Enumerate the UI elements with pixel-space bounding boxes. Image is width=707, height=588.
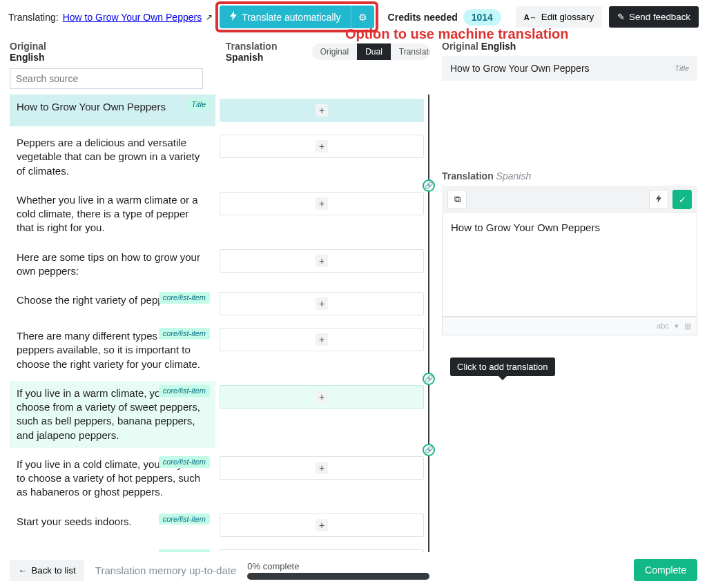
right-translation-header: Translation Spanish — [442, 164, 697, 186]
arrow-left-icon: ← — [18, 565, 27, 576]
segment-row[interactable]: Choose the right variety of pepper.core/… — [10, 288, 428, 320]
view-toggle: Original Dual Translation — [312, 43, 429, 60]
segment-row[interactable]: If you live in a cold climate, you may w… — [10, 452, 428, 505]
source-text: If you live in a warm climate, you can c… — [10, 381, 215, 448]
target-cell[interactable]: + — [215, 452, 428, 505]
segment-tag-badge: core/list-item — [159, 292, 210, 304]
gear-icon: ⚙ — [358, 12, 367, 23]
glossary-icon: A↔ — [524, 13, 537, 21]
source-text: How to Grow Your Own PeppersTitle — [10, 95, 215, 126]
layout-icon: ▥ — [684, 322, 691, 331]
source-text: Whether you live in a warm climate or a … — [10, 188, 215, 241]
target-cell[interactable]: + — [215, 324, 428, 377]
complete-button[interactable]: Complete — [634, 559, 697, 581]
progress-label: 0% complete — [247, 561, 429, 571]
segment-row[interactable]: If you live in a warm climate, you can c… — [10, 381, 428, 448]
segment-row[interactable]: There are many different types of pepper… — [10, 324, 428, 377]
segment-tag-badge: core/list-item — [159, 513, 210, 525]
add-translation-tooltip: Click to add translation — [450, 357, 555, 376]
plus-icon: + — [316, 255, 328, 267]
add-translation-box[interactable]: + — [220, 385, 424, 409]
pencil-icon: ✎ — [617, 12, 625, 22]
add-translation-box[interactable]: + — [220, 328, 424, 351]
add-translation-box[interactable]: + — [220, 513, 424, 537]
add-translation-box[interactable]: + — [220, 456, 424, 480]
plus-icon: + — [316, 104, 328, 117]
copy-icon: ⧉ — [454, 194, 461, 205]
source-text: Peppers are a delicious and versatile ve… — [10, 130, 215, 184]
link-icon[interactable]: 🔗 — [423, 373, 435, 385]
target-cell[interactable]: + — [215, 288, 428, 320]
edit-glossary-label: Edit glossary — [541, 12, 594, 22]
segment-row[interactable]: Peppers are a delicious and versatile ve… — [10, 130, 428, 184]
progress-indicator: 0% complete — [247, 561, 429, 580]
target-cell[interactable]: + — [215, 130, 428, 184]
bolt-icon — [229, 11, 238, 23]
add-translation-box[interactable]: + — [220, 192, 424, 215]
segment-row[interactable]: How to Grow Your Own PeppersTitle+ — [10, 95, 428, 126]
target-cell[interactable]: + — [215, 95, 428, 126]
bolt-icon — [655, 195, 662, 205]
segment-tag-badge: core/list-item — [159, 456, 210, 468]
segment-tag-badge: core/list-item — [159, 385, 210, 397]
link-icon[interactable]: 🔗 — [423, 179, 435, 192]
credits-value-badge: 1014 — [463, 9, 501, 26]
segment-row[interactable]: Whether you live in a warm climate or a … — [10, 188, 428, 241]
machine-translate-button[interactable] — [649, 190, 668, 209]
back-to-list-label: Back to list — [31, 565, 75, 576]
toggle-original[interactable]: Original — [312, 43, 357, 60]
translation-memory-status: Translation memory up-to-date — [95, 565, 237, 576]
translation-header: Translation Spanish — [226, 41, 305, 63]
link-icon[interactable]: 🔗 — [423, 444, 435, 456]
credits-label: Credits needed — [388, 12, 458, 23]
source-text: Here are some tips on how to grow your o… — [10, 245, 215, 284]
progress-bar — [247, 573, 429, 580]
translation-footer: abc ▾ ▥ — [442, 317, 697, 335]
plus-icon: + — [316, 462, 328, 474]
send-feedback-button[interactable]: ✎ Send feedback — [609, 6, 699, 28]
segment-tag-badge: Title — [187, 99, 210, 110]
copy-source-button[interactable]: ⧉ — [447, 190, 467, 209]
plus-icon: + — [316, 519, 328, 531]
segment-row[interactable]: Here are some tips on how to grow your o… — [10, 245, 428, 284]
toggle-translation[interactable]: Translation — [391, 43, 429, 60]
confirm-translation-button[interactable]: ✓ — [672, 190, 692, 209]
source-text: Start your seeds indoors.core/list-item — [10, 509, 215, 541]
translate-automatically-button[interactable]: Translate automatically ⚙ — [220, 6, 374, 28]
plus-icon: + — [316, 197, 328, 210]
abc-indicator: abc — [657, 322, 669, 331]
target-cell[interactable]: + — [215, 245, 428, 284]
target-cell[interactable]: +Click to add translation — [215, 381, 428, 448]
add-translation-box[interactable]: + — [220, 99, 424, 122]
plus-icon: + — [316, 333, 328, 346]
right-original-text: How to Grow Your Own Peppers Title — [442, 56, 697, 81]
source-text: If you live in a cold climate, you may w… — [10, 452, 215, 505]
source-text: Choose the right variety of pepper.core/… — [10, 288, 215, 320]
translation-input[interactable]: How to Grow Your Own Peppers — [442, 213, 697, 317]
plus-icon: + — [316, 297, 328, 310]
translate-settings-button[interactable]: ⚙ — [351, 6, 374, 28]
original-header: Original English — [10, 41, 74, 63]
translate-automatically-label: Translate automatically — [242, 12, 340, 23]
edit-glossary-button[interactable]: A↔ Edit glossary — [516, 6, 602, 28]
plus-icon: + — [316, 140, 328, 153]
document-title-link[interactable]: How to Grow Your Own Peppers — [63, 12, 202, 23]
source-text: There are many different types of pepper… — [10, 324, 215, 377]
add-translation-box[interactable]: + — [220, 292, 424, 315]
chevron-down-icon: ▾ — [675, 322, 679, 331]
plus-icon: + — [316, 391, 328, 403]
add-translation-box[interactable]: + — [220, 135, 424, 158]
right-original-header: Original English — [442, 34, 697, 56]
right-original-value: How to Grow Your Own Peppers — [450, 63, 590, 74]
segment-row[interactable]: Start your seeds indoors.core/list-item+ — [10, 509, 428, 541]
external-link-icon: ↗ — [206, 12, 213, 22]
back-to-list-button[interactable]: ← Back to list — [10, 560, 84, 581]
segment-tag-badge: core/list-item — [159, 328, 210, 340]
send-feedback-label: Send feedback — [629, 12, 690, 22]
check-icon: ✓ — [679, 195, 686, 205]
add-translation-box[interactable]: + — [220, 249, 424, 273]
target-cell[interactable]: + — [215, 188, 428, 241]
toggle-dual[interactable]: Dual — [357, 43, 391, 60]
target-cell[interactable]: + — [215, 509, 428, 541]
search-input[interactable] — [10, 68, 203, 89]
